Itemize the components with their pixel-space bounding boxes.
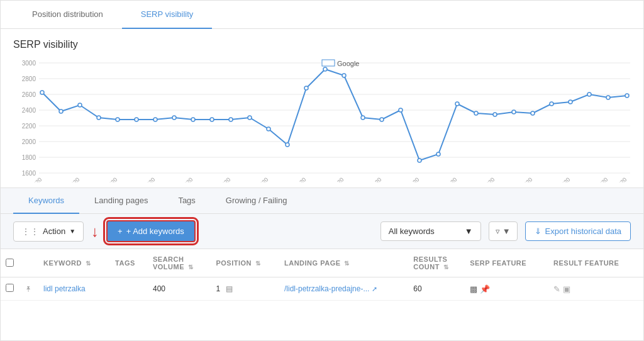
svg-point-32	[304, 86, 308, 90]
row-keyword-cell: lidl petrzalka	[38, 277, 110, 301]
svg-point-20	[78, 103, 82, 107]
serp-icon-2: 📌	[480, 284, 490, 294]
landing-page-sort-icon[interactable]: ⇅	[344, 260, 350, 267]
sub-tabs: Keywords Landing pages Tags Growing / Fa…	[1, 188, 643, 214]
keyword-col-header: KEYWORD ⇅	[38, 249, 110, 277]
serp-icon-1: ▩	[470, 284, 477, 294]
row-checkbox-cell	[1, 277, 19, 301]
svg-text:14. 2. 2020: 14. 2. 2020	[547, 176, 571, 182]
svg-point-19	[59, 109, 63, 113]
sub-tab-keywords[interactable]: Keywords	[13, 188, 79, 214]
chart-section: SERP visibility 3000 2800 2600 2400 2200	[1, 29, 643, 187]
svg-point-34	[342, 74, 346, 77]
svg-point-42	[493, 113, 497, 116]
arrow-indicator-wrapper: ↓	[91, 224, 99, 239]
svg-text:1800: 1800	[22, 154, 36, 161]
down-arrow-icon: ↓	[91, 224, 99, 239]
table-row: 🖈 lidl petrzalka 400 1 ▤ /lidl-petrzalka	[1, 277, 643, 301]
svg-point-21	[97, 116, 101, 120]
svg-point-40	[455, 102, 459, 106]
svg-text:20. 1. 2020: 20. 1. 2020	[56, 176, 80, 182]
chart-title: SERP visibility	[13, 39, 631, 50]
svg-text:3. 2. 2020: 3. 2. 2020	[323, 176, 345, 182]
search-volume-sort-icon[interactable]: ⇅	[188, 264, 194, 271]
sub-tab-growing-failing[interactable]: Growing / Failing	[211, 188, 303, 214]
all-keywords-label: All keywords	[389, 226, 435, 236]
row-serp-feature-cell: ▩ 📌	[465, 277, 548, 301]
row-checkbox[interactable]	[6, 284, 14, 292]
search-volume-col-header: SEARCH VOLUME ⇅	[148, 249, 211, 277]
tab-position-distribution[interactable]: Position distribution	[13, 1, 122, 29]
svg-point-31	[286, 143, 289, 147]
all-keywords-dropdown[interactable]: All keywords ▼	[380, 221, 481, 241]
result-feature-col-header: RESULT FEATURE	[548, 249, 643, 277]
svg-point-44	[531, 111, 535, 115]
svg-text:6. 2. 2020: 6. 2. 2020	[398, 176, 420, 182]
svg-text:26. 1. 2020: 26. 1. 2020	[169, 176, 194, 182]
serp-feature-col-header: SERP FEATURE	[465, 249, 548, 277]
position-value: 1	[216, 284, 220, 293]
row-search-volume-cell: 400	[148, 277, 211, 301]
serp-visibility-chart: 3000 2800 2600 2400 2200 2000 1800 1600 …	[13, 57, 631, 182]
svg-point-18	[40, 91, 44, 94]
svg-text:30. 1. 2020: 30. 1. 2020	[245, 176, 269, 182]
svg-point-30	[267, 127, 270, 131]
landing-page-link[interactable]: /lidl-petrzalka-predajne-...	[284, 284, 369, 293]
serp-feature-icons: ▩ 📌	[470, 284, 543, 294]
svg-text:8. 2. 2020: 8. 2. 2020	[436, 176, 458, 182]
svg-text:28. 1. 2020: 28. 1. 2020	[207, 176, 231, 182]
drag-icon: ⋮⋮	[21, 226, 39, 237]
results-count-col-header: RESULTS COUNT ⇅	[408, 249, 465, 277]
app-container: Position distribution SERP visibility SE…	[0, 0, 644, 341]
pin-icon[interactable]: 🖈	[25, 284, 33, 294]
row-result-feature-cell: ✎ ▣	[548, 277, 643, 301]
svg-text:2200: 2200	[22, 123, 36, 130]
svg-point-46	[569, 100, 572, 104]
export-historical-data-button[interactable]: ⇓ Export historical data	[525, 221, 631, 241]
svg-text:2000: 2000	[22, 138, 36, 145]
download-icon: ⇓	[535, 226, 541, 236]
svg-text:24. 1. 2020: 24. 1. 2020	[131, 176, 156, 182]
svg-text:Google: Google	[337, 60, 359, 67]
svg-text:12. 2. 2020: 12. 2. 2020	[509, 176, 533, 182]
chevron-down-icon: ▼	[69, 228, 75, 235]
svg-point-35	[361, 116, 365, 120]
external-link-icon[interactable]: ➚	[372, 285, 377, 293]
results-count-sort-icon[interactable]: ⇅	[443, 264, 449, 271]
keyword-sort-icon[interactable]: ⇅	[86, 260, 91, 267]
position-sort-icon[interactable]: ⇅	[255, 260, 261, 267]
svg-text:2600: 2600	[22, 91, 36, 98]
main-tabs: Position distribution SERP visibility	[1, 1, 643, 29]
export-label: Export historical data	[545, 226, 621, 236]
tab-serp-visibility[interactable]: SERP visibility	[122, 1, 213, 29]
svg-rect-16	[322, 60, 335, 66]
svg-point-27	[210, 118, 214, 121]
toolbar: ⋮⋮ Action ▼ ↓ + + Add keywords All keywo…	[1, 214, 643, 249]
row-position-cell: 1 ▤	[211, 277, 279, 301]
result-icon-2: ▣	[563, 284, 570, 294]
svg-point-22	[116, 118, 119, 121]
svg-point-39	[436, 152, 440, 156]
svg-point-26	[191, 118, 195, 121]
landing-page-col-header: LANDING PAGE ⇅	[279, 249, 408, 277]
svg-text:1600: 1600	[22, 170, 36, 177]
svg-point-23	[135, 118, 138, 121]
keywords-table: KEYWORD ⇅ TAGS SEARCH VOLUME ⇅ POSITION …	[1, 249, 643, 301]
chart-icon[interactable]: ▤	[226, 284, 233, 293]
row-pin-cell: 🖈	[19, 277, 38, 301]
sub-tab-landing-pages[interactable]: Landing pages	[79, 188, 163, 214]
action-button[interactable]: ⋮⋮ Action ▼	[13, 221, 84, 242]
sub-tab-tags[interactable]: Tags	[163, 188, 210, 214]
select-all-checkbox[interactable]	[6, 259, 14, 267]
add-keywords-button[interactable]: + + Add keywords	[106, 220, 196, 242]
svg-text:10. 2. 2020: 10. 2. 2020	[471, 176, 496, 182]
svg-point-48	[606, 96, 610, 99]
keyword-link[interactable]: lidl petrzalka	[43, 284, 86, 293]
row-landing-page-cell: /lidl-petrzalka-predajne-... ➚	[279, 277, 408, 301]
svg-point-43	[512, 110, 516, 114]
filter-chevron-icon: ▼	[502, 226, 511, 236]
filter-button[interactable]: ▿ ▼	[489, 221, 518, 241]
row-results-count-cell: 60	[408, 277, 465, 301]
position-col-header: POSITION ⇅	[211, 249, 279, 277]
svg-point-28	[229, 118, 233, 121]
